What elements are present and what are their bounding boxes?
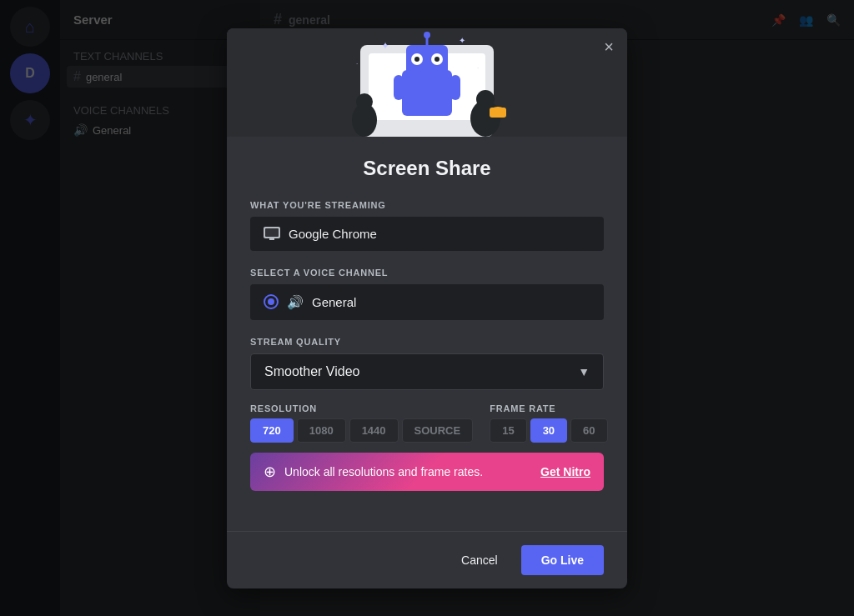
- resolution-source-button[interactable]: SOURCE: [402, 418, 474, 443]
- svg-point-9: [424, 32, 430, 38]
- resolution-720-button[interactable]: 720: [250, 418, 294, 443]
- modal-backdrop: ✦ ✦ · · × Screen Share WHAT YOU'RE STREA…: [0, 0, 854, 616]
- stream-quality-section: STREAM QUALITY Smoother Video ▼ RESOLUTI…: [250, 337, 604, 491]
- svg-rect-2: [402, 70, 452, 116]
- resolution-group: RESOLUTION 720 1080 1440 SOURCE: [250, 403, 473, 443]
- svg-text:✦: ✦: [459, 36, 465, 45]
- svg-rect-24: [269, 238, 274, 240]
- framerate-60-button[interactable]: 60: [570, 418, 607, 443]
- chevron-down-icon: ▼: [578, 365, 590, 378]
- res-fps-row: RESOLUTION 720 1080 1440 SOURCE FRAME RA…: [250, 403, 604, 443]
- nitro-icon: ⊕: [264, 463, 276, 481]
- illustration-svg: ✦ ✦ · ·: [310, 28, 544, 137]
- speaker-icon: 🔊: [287, 294, 304, 310]
- streaming-select[interactable]: Google Chrome: [250, 217, 604, 251]
- modal-close-button[interactable]: ×: [604, 38, 614, 55]
- modal-body: Screen Share WHAT YOU'RE STREAMING Googl…: [227, 137, 627, 531]
- modal-title: Screen Share: [250, 157, 604, 180]
- quality-option-label: Smoother Video: [264, 364, 359, 379]
- svg-point-15: [476, 90, 495, 108]
- framerate-30-button[interactable]: 30: [530, 418, 567, 443]
- resolution-1440-button[interactable]: 1440: [349, 418, 399, 443]
- modal-footer: Cancel Go Live: [227, 531, 627, 588]
- svg-rect-23: [265, 228, 279, 237]
- svg-point-6: [414, 57, 419, 62]
- modal-illustration: ✦ ✦ · ·: [227, 28, 627, 137]
- streaming-value: Google Chrome: [289, 227, 377, 241]
- voice-label: SELECT A VOICE CHANNEL: [250, 268, 604, 278]
- nitro-banner: ⊕ Unlock all resolutions and frame rates…: [250, 453, 604, 491]
- screen-share-modal: ✦ ✦ · · × Screen Share WHAT YOU'RE STREA…: [227, 28, 627, 588]
- cancel-button[interactable]: Cancel: [448, 547, 511, 573]
- resolution-1080-button[interactable]: 1080: [297, 418, 346, 443]
- framerate-label: FRAME RATE: [490, 403, 607, 413]
- streaming-label: WHAT YOU'RE STREAMING: [250, 200, 604, 210]
- quality-dropdown[interactable]: Smoother Video ▼: [250, 353, 604, 390]
- radio-button[interactable]: [264, 294, 279, 309]
- get-nitro-button[interactable]: Get Nitro: [540, 465, 590, 478]
- radio-dot-inner: [268, 298, 274, 305]
- svg-text:✦: ✦: [381, 40, 389, 52]
- go-live-button[interactable]: Go Live: [521, 545, 604, 575]
- quality-label: STREAM QUALITY: [250, 337, 604, 347]
- svg-rect-17: [490, 108, 506, 118]
- svg-point-13: [356, 93, 373, 110]
- framerate-15-button[interactable]: 15: [490, 418, 526, 443]
- nitro-text: Unlock all resolutions and frame rates.: [284, 465, 532, 478]
- svg-text:·: ·: [477, 64, 479, 72]
- svg-rect-11: [450, 75, 460, 100]
- svg-rect-10: [394, 75, 404, 100]
- svg-point-7: [435, 57, 440, 62]
- framerate-buttons: 15 30 60: [490, 418, 607, 443]
- resolution-label: RESOLUTION: [250, 403, 473, 413]
- framerate-group: FRAME RATE 15 30 60: [490, 403, 607, 443]
- voice-channel-name: General: [312, 295, 356, 309]
- svg-text:·: ·: [356, 60, 358, 68]
- voice-channel-box: 🔊 General: [250, 284, 604, 320]
- resolution-buttons: 720 1080 1440 SOURCE: [250, 418, 473, 443]
- chrome-icon: [264, 227, 280, 240]
